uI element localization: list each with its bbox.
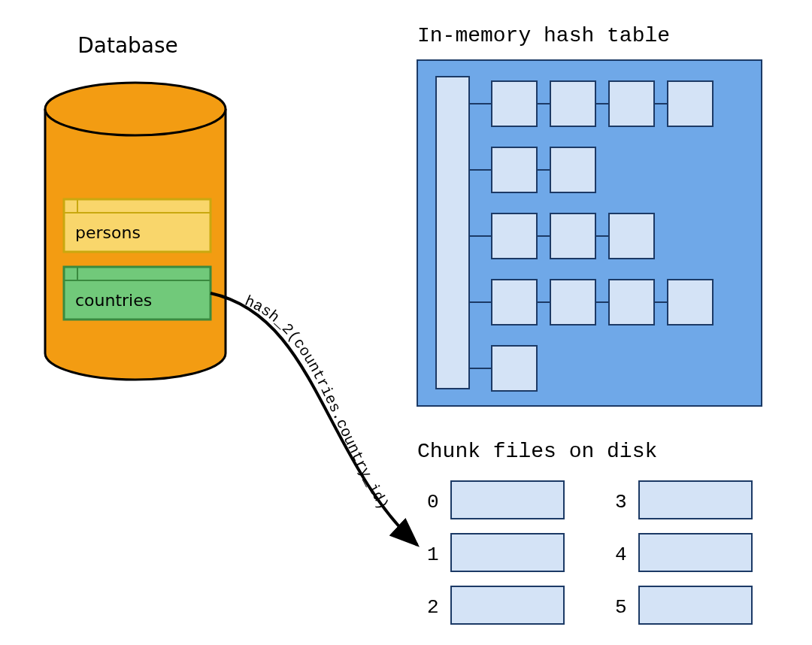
hash-node [609, 213, 654, 259]
hashtable-title: In-memory hash table [417, 24, 670, 47]
chunk-file [451, 534, 564, 571]
chunk-label: 5 [615, 596, 627, 619]
chunk-file [639, 534, 752, 571]
chunk-label: 2 [427, 596, 439, 619]
hash-node [609, 81, 654, 126]
hash-node [550, 280, 595, 325]
hash-node [668, 280, 713, 325]
table-countries: countries [64, 267, 211, 319]
table-persons-label: persons [75, 223, 141, 242]
chunkfiles-title: Chunk files on disk [417, 440, 657, 463]
hash-bucket-bar [436, 77, 469, 389]
arrow-label: hash_2(countries.country_id) [242, 292, 392, 513]
hash-node [550, 81, 595, 126]
hash-node [550, 213, 595, 259]
svg-text:hash_2(countries.country_id): hash_2(countries.country_id) [242, 292, 392, 513]
chunk-label: 1 [427, 544, 439, 566]
chunk-label: 4 [615, 544, 627, 566]
chunk-file [639, 481, 752, 519]
hash-node [550, 147, 595, 192]
chunk-label: 0 [427, 491, 439, 513]
chunk-file [451, 481, 564, 519]
hash-node [492, 213, 537, 259]
hash-node [609, 280, 654, 325]
table-countries-label: countries [75, 291, 152, 310]
chunk-file [451, 586, 564, 624]
chunk-grid: 012345 [427, 481, 752, 624]
hash-node [492, 280, 537, 325]
hash-node [492, 147, 537, 192]
chunk-file [639, 586, 752, 624]
svg-point-0 [45, 83, 226, 135]
hash-node [492, 346, 537, 391]
hash-node [668, 81, 713, 126]
database-title: Database [77, 33, 178, 58]
chunk-label: 3 [615, 491, 627, 513]
table-persons: persons [64, 199, 211, 252]
hash-node [492, 81, 537, 126]
